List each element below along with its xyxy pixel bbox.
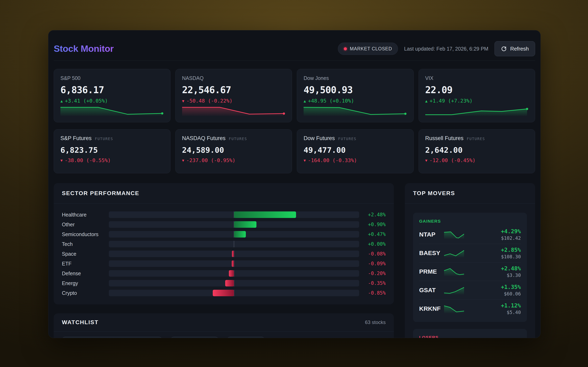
- losers-label: LOSERS: [419, 335, 521, 338]
- main-content: SECTOR PERFORMANCE Healthcare +2.48% Oth…: [54, 183, 535, 338]
- sector-row: Healthcare +2.48%: [62, 211, 386, 218]
- mover-price: $3.30: [501, 273, 521, 278]
- futures-change: ▼ -237.00 (-0.95%): [182, 157, 285, 163]
- sector-row: Energy -0.35%: [62, 280, 386, 286]
- refresh-icon: [501, 46, 507, 52]
- sector-rows: Healthcare +2.48% Other +0.90% Semicondu…: [54, 204, 394, 304]
- watchlist-panel: WATCHLIST 63 stocks: [54, 313, 394, 338]
- mover-sparkline: [444, 304, 464, 313]
- index-name: Dow Jones: [303, 75, 407, 81]
- index-change: ▼ -50.48 (-0.22%): [182, 98, 285, 104]
- mover-sparkline: [444, 249, 464, 258]
- futures-card-dow: Dow Futures FUTURES 49,477.00 ▼ -164.00 …: [297, 129, 414, 173]
- sector-bar-track: [109, 250, 359, 257]
- mover-percent: +1.35%: [501, 284, 521, 290]
- down-arrow-icon: ▼: [61, 158, 63, 162]
- futures-tag: FUTURES: [338, 137, 356, 141]
- market-status-label: MARKET CLOSED: [350, 46, 392, 52]
- futures-tag: FUTURES: [95, 137, 113, 141]
- index-cards: S&P 500 6,836.17 ▲ +3.41 (+0.05%) NASDAQ…: [54, 69, 535, 122]
- ticker-symbol: GSAT: [419, 287, 442, 294]
- stock-monitor-dashboard: Stock Monitor MARKET CLOSED Last updated…: [48, 30, 541, 338]
- sector-bar: [232, 260, 234, 267]
- sector-bar-track: [109, 241, 359, 247]
- sector-row: Semiconductors +0.47%: [62, 231, 386, 238]
- index-value: 6,836.17: [61, 84, 164, 95]
- index-sparkline: [303, 105, 407, 116]
- index-change: ▲ +3.41 (+0.05%): [61, 98, 164, 104]
- sector-row: Crypto -0.85%: [62, 290, 386, 296]
- watchlist-controls: [54, 332, 394, 338]
- sector-row: Defense -0.20%: [62, 270, 386, 277]
- sector-bar: [234, 231, 246, 238]
- futures-name: Russell Futures: [425, 135, 464, 142]
- watchlist-filter-chip[interactable]: [227, 337, 265, 338]
- down-arrow-icon: ▼: [182, 99, 184, 103]
- index-sparkline: [425, 105, 528, 116]
- sector-row: Space -0.08%: [62, 250, 386, 257]
- index-change: ▲ +48.95 (+0.10%): [303, 98, 407, 104]
- watchlist-count: 63 stocks: [365, 319, 386, 325]
- sector-bar-track: [109, 211, 359, 218]
- mover-percent: +2.85%: [501, 247, 521, 253]
- gainer-row: GSAT +1.35% $60.06: [419, 281, 521, 299]
- top-movers-title: TOP MOVERS: [413, 190, 455, 197]
- index-sparkline: [182, 105, 285, 116]
- last-updated-text: Last updated: Feb 17, 2026, 6:29 PM: [404, 46, 488, 52]
- index-value: 22,546.67: [182, 84, 285, 95]
- header: Stock Monitor MARKET CLOSED Last updated…: [54, 42, 535, 56]
- mover-percent: +1.12%: [501, 302, 521, 309]
- index-value: 22.09: [425, 84, 528, 95]
- top-movers-panel: TOP MOVERS GAINERS NTAP +4.29% $102.42 B…: [405, 183, 535, 338]
- futures-tag: FUTURES: [467, 137, 485, 141]
- header-divider: [54, 60, 535, 61]
- index-card-vix: VIX 22.09 ▲ +1.49 (+7.23%): [419, 69, 535, 122]
- gainer-row: KRKNF +1.12% $5.40: [419, 299, 521, 318]
- up-arrow-icon: ▲: [303, 99, 306, 103]
- sector-bar-track: [109, 280, 359, 286]
- futures-cards: S&P Futures FUTURES 6,823.75 ▼ -38.00 (-…: [54, 129, 535, 173]
- down-arrow-icon: ▼: [303, 158, 306, 162]
- mover-price: $108.30: [501, 254, 521, 259]
- sector-row: Other +0.90%: [62, 221, 386, 228]
- watchlist-title: WATCHLIST: [62, 319, 98, 325]
- sector-bar-track: [109, 221, 359, 228]
- sector-bar: [232, 250, 234, 257]
- ticker-symbol: KRKNF: [419, 305, 442, 312]
- sector-row: ETF -0.09%: [62, 260, 386, 267]
- sector-bar-track: [109, 270, 359, 277]
- watchlist-search-input[interactable]: [62, 337, 162, 338]
- refresh-button[interactable]: Refresh: [494, 41, 535, 56]
- left-column: SECTOR PERFORMANCE Healthcare +2.48% Oth…: [54, 183, 394, 338]
- mover-price: $102.42: [501, 235, 521, 241]
- sector-bar-track: [109, 260, 359, 267]
- index-card-nasdaq: NASDAQ 22,546.67 ▼ -50.48 (-0.22%): [175, 69, 292, 122]
- futures-card-russell: Russell Futures FUTURES 2,642.00 ▼ -12.0…: [419, 129, 535, 173]
- index-value: 49,500.93: [303, 84, 407, 95]
- futures-name: NASDAQ Futures: [182, 135, 226, 142]
- mover-price: $5.40: [501, 310, 521, 315]
- watchlist-filter-chip[interactable]: [171, 337, 219, 338]
- futures-name: S&P Futures: [61, 135, 92, 142]
- index-change: ▲ +1.49 (+7.23%): [425, 98, 528, 104]
- mover-sparkline: [444, 267, 464, 276]
- sector-bar: [234, 211, 296, 218]
- sector-bar: [225, 280, 234, 286]
- index-card-sp500: S&P 500 6,836.17 ▲ +3.41 (+0.05%): [54, 69, 171, 122]
- futures-card-sp: S&P Futures FUTURES 6,823.75 ▼ -38.00 (-…: [54, 129, 171, 173]
- down-arrow-icon: ▼: [182, 158, 184, 162]
- futures-value: 6,823.75: [61, 146, 164, 155]
- gainer-row: PRME +2.48% $3.30: [419, 262, 521, 281]
- zero-line: [234, 241, 234, 247]
- futures-card-nasdaq: NASDAQ Futures FUTURES 24,589.00 ▼ -237.…: [175, 129, 292, 173]
- up-arrow-icon: ▲: [425, 99, 428, 103]
- gainer-row: NTAP +4.29% $102.42: [419, 225, 521, 244]
- losers-card: LOSERS: [413, 329, 527, 338]
- sector-bar: [213, 290, 234, 296]
- futures-tag: FUTURES: [229, 137, 247, 141]
- gainers-card: GAINERS NTAP +4.29% $102.42 BAESY +2.85%…: [413, 213, 527, 322]
- futures-name: Dow Futures: [303, 135, 335, 142]
- refresh-label: Refresh: [510, 46, 529, 52]
- mover-sparkline: [444, 230, 464, 239]
- market-status-dot-icon: [344, 47, 347, 50]
